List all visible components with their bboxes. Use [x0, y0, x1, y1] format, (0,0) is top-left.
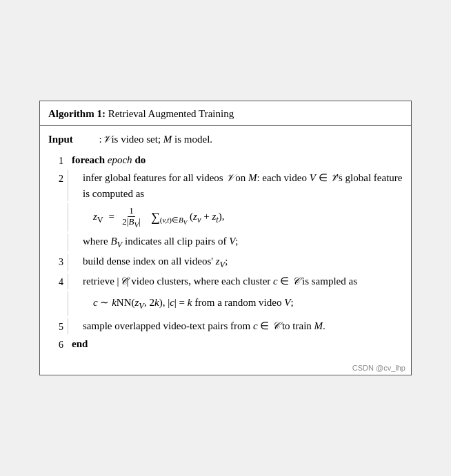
line-num-3: 3 [48, 253, 68, 271]
line-content-5: sample overlapped video-text pairs from … [79, 318, 403, 334]
formula-bar-2 [68, 291, 79, 316]
where-num [48, 234, 68, 251]
where-bar [68, 234, 79, 251]
line-3-bar [68, 253, 79, 271]
formula-line-2: c ∼ kNN(zV, 2k), |c| = k from a random v… [48, 291, 403, 316]
input-line: Input :𝒱 is video set; M is model. [48, 132, 403, 147]
do-keyword: do [134, 154, 146, 165]
line-content-1: foreach epoch do [68, 152, 403, 168]
formula-bar-1 [68, 203, 79, 231]
foreach-keyword: foreach [72, 154, 105, 165]
line-4-retrieve: 4 retrieve |𝒞| video clusters, where eac… [48, 273, 403, 289]
algorithm-box: Algorithm 1: Retrieval Augmented Trainin… [39, 101, 412, 375]
line-num-4: 4 [48, 273, 68, 289]
line-2-infer: 2 infer global features for all videos 𝒱… [48, 170, 403, 201]
line-2-bar [68, 170, 79, 201]
formula-line-1: zV = 1 2|BV| ∑(v,t)∈BV (zv + zt), [48, 203, 403, 231]
line-content-6: end [68, 336, 403, 352]
formula-num-1 [48, 203, 68, 231]
line-5-sample: 5 sample overlapped video-text pairs fro… [48, 318, 403, 334]
epoch-keyword: epoch [108, 154, 135, 165]
algorithm-header: Algorithm 1: Retrieval Augmented Trainin… [40, 101, 411, 126]
line-num-5: 5 [48, 318, 68, 334]
where-line: where BV indicates all clip pairs of V; [48, 234, 403, 251]
formula-num-2 [48, 291, 68, 316]
line-num-1: 1 [48, 152, 68, 168]
algorithm-title-rest: Retrieval Augmented Training [106, 108, 234, 119]
algorithm-body: Input :𝒱 is video set; M is model. 1 for… [40, 126, 411, 361]
line-content-2: infer global features for all videos 𝒱 o… [79, 170, 403, 201]
line-3-build: 3 build dense index on all videos' zV; [48, 253, 403, 271]
line-num-2: 2 [48, 170, 68, 201]
end-keyword: end [72, 338, 88, 349]
algorithm-lines: 1 foreach epoch do 2 infer global featur… [48, 152, 403, 352]
watermark: CSDN @cv_lhp [40, 361, 411, 375]
line-num-6: 6 [48, 336, 68, 352]
algorithm-title-label: Algorithm 1: [48, 108, 106, 119]
input-text: :𝒱 is video set; M is model. [94, 132, 212, 147]
input-label: Input [48, 132, 90, 147]
formula-content-1: zV = 1 2|BV| ∑(v,t)∈BV (zv + zt), [79, 206, 403, 229]
line-1-foreach: 1 foreach epoch do [48, 152, 403, 168]
line-5-bar [68, 318, 79, 334]
formula-content-2: c ∼ kNN(zV, 2k), |c| = k from a random v… [79, 294, 403, 313]
line-content-3: build dense index on all videos' zV; [79, 253, 403, 271]
line-4-bar [68, 273, 79, 289]
where-content: where BV indicates all clip pairs of V; [79, 234, 403, 251]
line-6-end: 6 end [48, 336, 403, 352]
line-content-4: retrieve |𝒞| video clusters, where each … [79, 273, 403, 289]
